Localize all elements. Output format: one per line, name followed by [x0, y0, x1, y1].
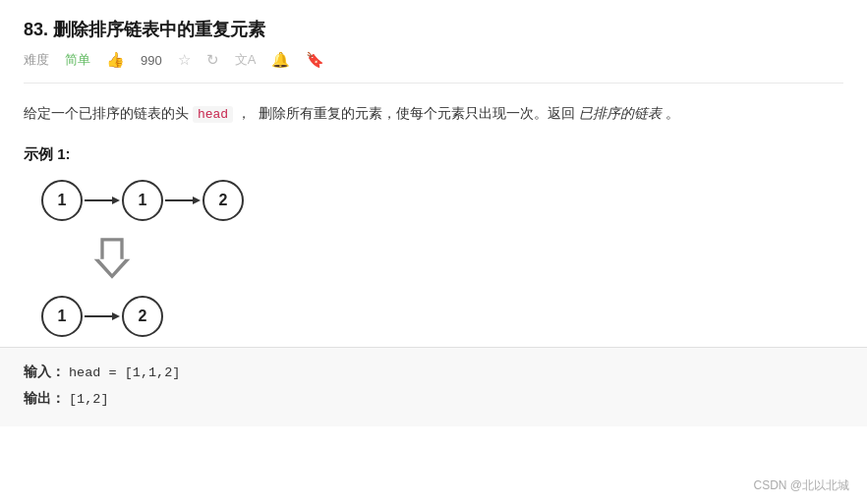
bell-icon[interactable]: 🔔: [271, 51, 290, 69]
node-1-result: 1: [41, 296, 83, 337]
arrow-1: [85, 192, 120, 209]
svg-marker-3: [193, 196, 201, 204]
like-count: 990: [141, 53, 162, 68]
highlight-text: 已排序的链表: [579, 105, 662, 121]
difficulty-label: 难度: [24, 51, 49, 69]
arrow-3: [85, 308, 120, 325]
inline-code-head: head: [193, 106, 233, 123]
after-list: 1 2: [41, 296, 843, 337]
output-line: 输出： [1,2]: [24, 386, 843, 413]
svg-marker-1: [112, 196, 120, 204]
page-title: 83. 删除排序链表中的重复元素: [24, 18, 265, 41]
node-1b: 1: [122, 180, 163, 221]
io-box: 输入： head = [1,1,2] 输出： [1,2]: [0, 347, 867, 426]
output-label: 输出：: [24, 386, 65, 413]
bookmark-icon[interactable]: 🔖: [306, 51, 324, 69]
input-value: head = [1,1,2]: [69, 360, 180, 386]
svg-marker-7: [112, 312, 120, 320]
watermark: CSDN @北以北城: [753, 477, 849, 494]
like-icon[interactable]: 👍: [106, 51, 125, 69]
output-value: [1,2]: [69, 386, 109, 413]
node-2a: 2: [202, 180, 244, 221]
input-line: 输入： head = [1,1,2]: [24, 360, 843, 386]
translate-icon[interactable]: 文A: [235, 51, 257, 69]
node-1a: 1: [41, 180, 83, 221]
meta-row: 难度 简单 👍 990 ☆ ↻ 文A 🔔 🔖: [24, 51, 843, 84]
arrow-2: [165, 192, 201, 209]
example-label: 示例 1:: [24, 145, 843, 164]
difficulty-value: 简单: [65, 51, 90, 69]
input-label: 输入：: [24, 360, 65, 386]
star-icon[interactable]: ☆: [178, 51, 191, 69]
arrow-down: [92, 233, 843, 284]
node-2-result: 2: [122, 296, 163, 337]
before-list: 1 1 2: [41, 180, 843, 221]
description: 给定一个已排序的链表的头 head ， 删除所有重复的元素，使每个元素只出现一次…: [24, 101, 843, 126]
refresh-icon[interactable]: ↻: [206, 51, 219, 69]
diagram-area: 1 1 2 1: [24, 180, 843, 337]
